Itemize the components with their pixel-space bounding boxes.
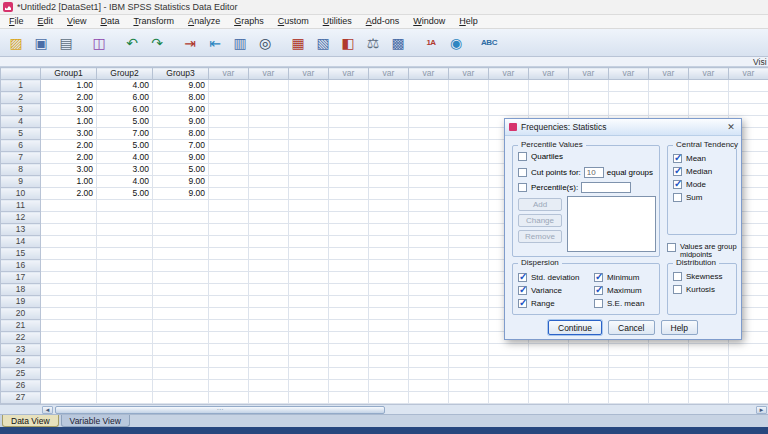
cell[interactable]: [409, 128, 449, 140]
cell[interactable]: [153, 296, 209, 308]
cell[interactable]: [97, 224, 153, 236]
cell[interactable]: 2.00: [41, 188, 97, 200]
column-header-var[interactable]: var: [529, 68, 569, 80]
cell[interactable]: [369, 224, 409, 236]
menu-item-file[interactable]: File: [2, 15, 31, 28]
column-header-var[interactable]: var: [409, 68, 449, 80]
scrollbar-thumb[interactable]: ⋯: [55, 406, 385, 414]
cell[interactable]: [289, 128, 329, 140]
cell[interactable]: [409, 164, 449, 176]
cell[interactable]: [289, 344, 329, 356]
cell[interactable]: [209, 368, 249, 380]
cell[interactable]: [329, 296, 369, 308]
cell[interactable]: [209, 320, 249, 332]
cell[interactable]: [329, 248, 369, 260]
std-deviation-checkbox[interactable]: [518, 273, 527, 282]
quartiles-checkbox[interactable]: [518, 152, 527, 161]
mean-checkbox[interactable]: [673, 154, 682, 163]
cell[interactable]: [729, 392, 768, 404]
cell[interactable]: [369, 356, 409, 368]
menu-item-edit[interactable]: Edit: [31, 15, 61, 28]
cell[interactable]: [609, 392, 649, 404]
cell[interactable]: [209, 236, 249, 248]
cell[interactable]: [209, 332, 249, 344]
cell[interactable]: [449, 380, 489, 392]
cell[interactable]: [449, 296, 489, 308]
cell[interactable]: [289, 176, 329, 188]
skewness-checkbox[interactable]: [673, 272, 682, 281]
cell[interactable]: [289, 212, 329, 224]
cell[interactable]: [153, 224, 209, 236]
goto-case-icon-button[interactable]: ⇥: [178, 31, 202, 55]
cell[interactable]: [529, 80, 569, 92]
cell[interactable]: 4.00: [97, 152, 153, 164]
row-number[interactable]: 8: [1, 164, 41, 176]
menu-item-view[interactable]: View: [60, 15, 93, 28]
cell[interactable]: [329, 272, 369, 284]
dialog-close-button[interactable]: ✕: [723, 121, 739, 134]
cell[interactable]: [609, 344, 649, 356]
menu-item-custom[interactable]: Custom: [271, 15, 316, 28]
cell[interactable]: [41, 296, 97, 308]
cell[interactable]: [97, 296, 153, 308]
cell[interactable]: 1.00: [41, 116, 97, 128]
column-header-var[interactable]: var: [569, 68, 609, 80]
row-number[interactable]: 20: [1, 308, 41, 320]
row-number[interactable]: 10: [1, 188, 41, 200]
cell[interactable]: [449, 272, 489, 284]
cell[interactable]: [97, 308, 153, 320]
cell[interactable]: [729, 80, 768, 92]
cell[interactable]: [249, 332, 289, 344]
recall-dialogs-icon-button[interactable]: ◫: [87, 31, 111, 55]
cell[interactable]: [41, 320, 97, 332]
row-number[interactable]: 1: [1, 80, 41, 92]
cell[interactable]: [249, 320, 289, 332]
cell[interactable]: [97, 212, 153, 224]
cell[interactable]: [409, 284, 449, 296]
cell[interactable]: [369, 248, 409, 260]
cell[interactable]: [449, 104, 489, 116]
cell[interactable]: [689, 104, 729, 116]
cell[interactable]: [41, 380, 97, 392]
cell[interactable]: [689, 368, 729, 380]
cell[interactable]: 3.00: [41, 104, 97, 116]
cell[interactable]: [289, 260, 329, 272]
cell[interactable]: [569, 344, 609, 356]
cell[interactable]: [209, 140, 249, 152]
row-number[interactable]: 9: [1, 176, 41, 188]
cell[interactable]: 2.00: [41, 92, 97, 104]
cell[interactable]: [41, 212, 97, 224]
cell[interactable]: [209, 188, 249, 200]
cell[interactable]: 9.00: [153, 116, 209, 128]
cell[interactable]: [409, 152, 449, 164]
s-e-mean-checkbox[interactable]: [594, 299, 603, 308]
cell[interactable]: [569, 368, 609, 380]
cell[interactable]: [289, 140, 329, 152]
cell[interactable]: [249, 152, 289, 164]
cell[interactable]: 9.00: [153, 152, 209, 164]
cell[interactable]: [609, 368, 649, 380]
cell[interactable]: [529, 368, 569, 380]
cell[interactable]: [329, 80, 369, 92]
row-number[interactable]: 21: [1, 320, 41, 332]
cell[interactable]: [449, 392, 489, 404]
cell[interactable]: [569, 104, 609, 116]
cell[interactable]: [329, 128, 369, 140]
goto-variable-icon-button[interactable]: ⇤: [203, 31, 227, 55]
cell[interactable]: [249, 368, 289, 380]
cell[interactable]: [569, 80, 609, 92]
cell[interactable]: [529, 380, 569, 392]
cut-points-checkbox[interactable]: [518, 168, 527, 177]
cell[interactable]: [489, 392, 529, 404]
cell[interactable]: [153, 212, 209, 224]
cell[interactable]: [209, 248, 249, 260]
cell[interactable]: [97, 284, 153, 296]
cell[interactable]: [97, 236, 153, 248]
row-number[interactable]: 17: [1, 272, 41, 284]
cell[interactable]: [569, 392, 609, 404]
cell[interactable]: [369, 200, 409, 212]
cell[interactable]: [249, 92, 289, 104]
menu-item-window[interactable]: Window: [406, 15, 452, 28]
cell[interactable]: [249, 356, 289, 368]
cell[interactable]: [689, 392, 729, 404]
